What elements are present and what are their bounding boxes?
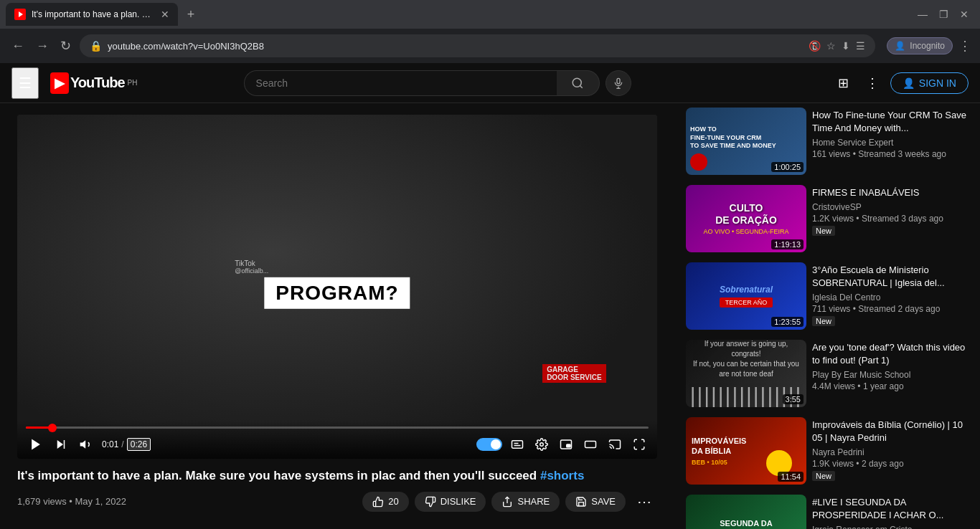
sidebar-item-channel: CristoviveSP <box>812 202 969 212</box>
sidebar-item-info: #LIVE I SEGUNDA DA PROSPERIDADE I ACHAR … <box>812 495 969 529</box>
forward-button[interactable]: → <box>33 36 52 57</box>
youtube-logo[interactable]: ▶ YouTubePH <box>50 72 137 94</box>
sidebar-item-meta: 4.4M views • 1 year ago <box>812 381 969 391</box>
search-button[interactable] <box>557 70 600 96</box>
svg-rect-16 <box>567 444 570 447</box>
browser-menu-button[interactable]: ⋮ <box>958 38 971 54</box>
thumbnail-4: If your answer is going up, congrats!If … <box>686 340 806 407</box>
more-actions-button[interactable]: ⋯ <box>631 490 657 513</box>
video-controls: 0:01 / 0:26 <box>17 421 657 459</box>
sidebar-item-info: Improváveis da Bíblia (Cornélio) | 10 05… <box>812 417 969 485</box>
sidebar-item-info: FIRMES E INABALÁVEIS CristoviveSP 1.2K v… <box>812 185 969 252</box>
svg-rect-4 <box>617 78 620 83</box>
thumbnail-1: HOW TOFINE-TUNE YOUR CRMTO SAVE TIME AND… <box>686 108 806 175</box>
reload-button[interactable]: ↻ <box>57 35 74 57</box>
mute-button[interactable] <box>76 434 96 454</box>
url-text: youtube.com/watch?v=Uo0NI3hQ2B8 <box>108 41 803 52</box>
svg-point-2 <box>573 78 581 87</box>
time-current: 0:01 <box>102 439 118 449</box>
svg-marker-10 <box>80 440 86 449</box>
youtube-header: ☰ ▶ YouTubePH ⊞ ⋮ 👤 SIGN IN <box>0 63 980 103</box>
search-container <box>244 70 631 96</box>
play-button[interactable] <box>26 434 46 454</box>
url-bar[interactable]: 🔒 youtube.com/watch?v=Uo0NI3hQ2B8 📵 ☆ ⬇ … <box>80 34 875 57</box>
svg-rect-9 <box>64 440 65 449</box>
thumbnail-5: IMPROVÁVEISDA BÍBLIA BEB • 10/05 11:54 <box>686 417 806 485</box>
active-tab[interactable]: It's important to have a plan. Ma... ✕ <box>6 3 178 26</box>
miniplayer-button[interactable] <box>557 435 575 454</box>
play-icon <box>29 437 43 452</box>
hashtag-link[interactable]: #shorts <box>540 469 584 482</box>
new-tab-button[interactable]: + <box>181 4 201 24</box>
tab-bar: It's important to have a plan. Ma... ✕ +… <box>0 0 980 29</box>
sidebar: HOW TOFINE-TUNE YOUR CRMTO SAVE TIME AND… <box>674 103 980 529</box>
video-info: It's important to have a plan. Make sure… <box>17 467 657 513</box>
main-content: PROGRAM? TikTok @officialb... GARAGEDOOR… <box>0 103 980 529</box>
subtitles-button[interactable] <box>508 435 527 454</box>
svg-marker-7 <box>32 439 40 450</box>
sidebar-item[interactable]: Sobrenatural TERCER AÑO 1:23:55 3°Año Es… <box>683 258 971 334</box>
share-button[interactable]: SHARE <box>491 492 560 512</box>
like-button[interactable]: 20 <box>362 492 408 512</box>
new-badge: New <box>812 471 835 481</box>
sidebar-item-title: Are you 'tone deaf'? Watch this video to… <box>812 341 969 367</box>
view-count: 1,679 views • May 1, 2022 <box>17 496 126 507</box>
sidebar-item-title: FIRMES E INABALÁVEIS <box>812 186 969 199</box>
fullscreen-button[interactable] <box>630 435 649 454</box>
cast-button[interactable] <box>606 435 624 454</box>
thumbnail-2: CULTODE ORAÇÃO AO VIVO • SEGUNDA-FEIRA 1… <box>686 185 806 252</box>
youtube-region: PH <box>128 79 138 87</box>
sidebar-item-meta: 711 views • Streamed 2 days ago <box>812 304 969 314</box>
sidebar-item[interactable]: If your answer is going up, congrats!If … <box>683 335 971 411</box>
next-button[interactable] <box>52 435 70 454</box>
video-meta: 1,679 views • May 1, 2022 20 DISLIKE SHA… <box>17 490 657 513</box>
settings-button[interactable] <box>532 435 551 454</box>
incognito-button[interactable]: 👤 Incognito <box>887 37 953 54</box>
restore-button[interactable]: ❐ <box>939 9 948 20</box>
sidebar-item-meta: 1.9K views • 2 days ago <box>812 459 969 469</box>
sidebar-item[interactable]: IMPROVÁVEISDA BÍBLIA BEB • 10/05 11:54 I… <box>683 413 971 489</box>
time-display: 0:01 / 0:26 <box>102 438 151 451</box>
sidebar-item-channel: Play By Ear Music School <box>812 370 969 380</box>
download-icon[interactable]: ⬇ <box>842 40 850 52</box>
tab-close-button[interactable]: ✕ <box>161 9 169 20</box>
tiktok-watermark: TikTok @officialb... <box>235 259 268 275</box>
video-duration: 1:00:25 <box>771 162 804 172</box>
video-duration: 1:19:13 <box>771 239 804 249</box>
sidebar-item[interactable]: SEGUNDA DAPROSPERIDADE #LIVE I SEGUNDA D… <box>683 490 971 529</box>
video-duration: 11:54 <box>778 472 804 482</box>
progress-bar[interactable] <box>26 426 649 429</box>
skip-next-icon <box>55 438 67 451</box>
microphone-icon <box>613 77 624 89</box>
sign-in-button[interactable]: 👤 SIGN IN <box>890 72 969 94</box>
back-button[interactable]: ← <box>9 36 27 57</box>
sidebar-item-info: How To Fine-tune Your CRM To Save Time A… <box>812 108 969 175</box>
minimize-button[interactable]: — <box>918 9 928 20</box>
reader-mode-icon[interactable]: ☰ <box>856 40 865 52</box>
new-badge: New <box>812 226 835 236</box>
autoplay-toggle[interactable] <box>476 438 502 451</box>
hamburger-menu-button[interactable]: ☰ <box>11 67 39 99</box>
theater-icon <box>584 438 597 451</box>
cast-icon <box>608 438 621 451</box>
close-window-button[interactable]: ✕ <box>960 9 969 20</box>
browser-actions: 👤 Incognito ⋮ <box>887 37 971 54</box>
search-input[interactable] <box>244 70 557 96</box>
header-more-button[interactable]: ⋮ <box>860 70 885 97</box>
sidebar-item[interactable]: HOW TOFINE-TUNE YOUR CRMTO SAVE TIME AND… <box>683 103 971 179</box>
progress-fill <box>26 426 51 429</box>
dislike-button[interactable]: DISLIKE <box>415 492 486 512</box>
grid-apps-button[interactable]: ⊞ <box>832 70 854 97</box>
video-player[interactable]: PROGRAM? TikTok @officialb... GARAGEDOOR… <box>17 115 657 459</box>
tab-title: It's important to have a plan. Ma... <box>32 9 155 19</box>
youtube-logo-icon: ▶ <box>50 72 69 94</box>
thumbs-down-icon <box>425 496 436 507</box>
fullscreen-icon <box>633 438 646 451</box>
sidebar-item-channel: Nayra Pedrini <box>812 447 969 457</box>
save-button[interactable]: SAVE <box>565 492 626 512</box>
sidebar-item[interactable]: CULTODE ORAÇÃO AO VIVO • SEGUNDA-FEIRA 1… <box>683 181 971 257</box>
new-badge: New <box>812 316 835 326</box>
theater-mode-button[interactable] <box>581 435 600 454</box>
bookmark-icon[interactable]: ☆ <box>826 40 836 52</box>
voice-search-button[interactable] <box>606 70 631 96</box>
